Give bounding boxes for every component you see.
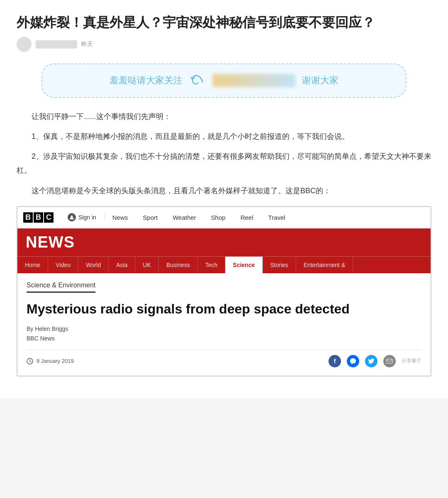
bbc-signin-label: Sign in bbox=[78, 214, 96, 221]
author-avatar-2 bbox=[36, 40, 77, 49]
bbc-social-icons: f bbox=[329, 355, 421, 367]
bbc-account-icon bbox=[68, 213, 76, 221]
bbc-clock-icon bbox=[27, 358, 33, 364]
author-avatar bbox=[17, 37, 32, 52]
subscription-thanks: 谢谢大家 bbox=[302, 74, 338, 87]
bbc-sec-tech[interactable]: Tech bbox=[198, 257, 226, 273]
bbc-logo-b2: B bbox=[34, 212, 43, 223]
bbc-screenshot: B B C Sign in News Sport Weather Shop Re… bbox=[17, 206, 431, 377]
subscription-blurred bbox=[212, 74, 295, 87]
svg-rect-4 bbox=[387, 359, 392, 363]
svg-line-3 bbox=[30, 361, 31, 362]
watermark-area: 分享餐厅 bbox=[402, 357, 421, 364]
bbc-nav-shop[interactable]: Shop bbox=[204, 207, 233, 228]
bbc-byline: By Helen Briggs BBC News bbox=[27, 324, 421, 343]
bbc-sec-science[interactable]: Science bbox=[225, 257, 263, 273]
messenger-share-icon[interactable] bbox=[347, 355, 359, 367]
bbc-top-nav-items: News Sport Weather Shop Reel Travel bbox=[105, 207, 431, 228]
bbc-byline-name: By Helen Briggs bbox=[27, 324, 421, 333]
email-share-icon[interactable] bbox=[383, 355, 396, 367]
bbc-nav-reel[interactable]: Reel bbox=[233, 207, 261, 228]
body-intro: 让我们平静一下......这个事情我们先声明： bbox=[17, 109, 431, 124]
article-time: 昨天 bbox=[81, 41, 93, 48]
bbc-logo: B B C bbox=[17, 209, 59, 226]
bbc-sec-entertainment[interactable]: Entertainment & bbox=[296, 257, 353, 273]
bbc-date-row: 9 January 2019 f bbox=[27, 350, 421, 367]
article-meta: 昨天 bbox=[17, 37, 431, 52]
bbc-sec-stories[interactable]: Stories bbox=[263, 257, 296, 273]
subscription-arrow-icon bbox=[189, 71, 206, 90]
subscription-text: 羞羞哒请大家关注 bbox=[110, 74, 183, 87]
svg-point-0 bbox=[71, 216, 73, 218]
body-p3: 这个消息堪称是今天全球的头版头条消息，且看几个著名外媒样子就知道了。这是BBC的… bbox=[17, 184, 431, 198]
bbc-date-text: 9 January 2019 bbox=[37, 358, 74, 364]
bbc-headline: Mysterious radio signals from deep space… bbox=[27, 301, 358, 317]
bbc-nav-sport[interactable]: Sport bbox=[135, 207, 165, 228]
bbc-sec-uk[interactable]: UK bbox=[135, 257, 158, 273]
bbc-logo-c: C bbox=[44, 212, 54, 223]
body-p2: 2、涉及宇宙知识极其复杂，我们也不十分搞的清楚，还要有很多网友帮助我们，尽可能写… bbox=[17, 149, 431, 177]
bbc-sec-home[interactable]: Home bbox=[17, 257, 48, 273]
twitter-share-icon[interactable] bbox=[365, 355, 377, 367]
bbc-sec-video[interactable]: Video bbox=[48, 257, 78, 273]
bbc-nav-news[interactable]: News bbox=[105, 207, 136, 228]
body-p1: 1、保真，不是那种地摊小报的消息，而且是最新的，就是几个小时之前报道的，等下我们… bbox=[17, 129, 431, 143]
article-body: 让我们平静一下......这个事情我们先声明： 1、保真，不是那种地摊小报的消息… bbox=[17, 109, 431, 198]
bbc-nav-travel[interactable]: Travel bbox=[261, 207, 293, 228]
bbc-sec-asia[interactable]: Asia bbox=[109, 257, 135, 273]
bbc-nav-weather[interactable]: Weather bbox=[165, 207, 203, 228]
bbc-red-banner: NEWS bbox=[17, 228, 431, 256]
bbc-logo-b1: B bbox=[23, 212, 33, 223]
bbc-news-title: NEWS bbox=[26, 233, 75, 251]
article-title: 外媒炸裂！真是外星人？宇宙深处神秘信号到底要不要回应？ bbox=[17, 13, 431, 32]
bbc-topnav: B B C Sign in News Sport Weather Shop Re… bbox=[17, 207, 431, 228]
watermark-text: 分享餐厅 bbox=[402, 357, 421, 364]
bbc-sec-business[interactable]: Business bbox=[159, 257, 198, 273]
bbc-secondary-nav: Home Video World Asia UK Business Tech S… bbox=[17, 256, 431, 273]
bbc-signin[interactable]: Sign in bbox=[59, 213, 105, 221]
bbc-date: 9 January 2019 bbox=[27, 358, 74, 364]
subscription-banner[interactable]: 羞羞哒请大家关注 谢谢大家 bbox=[41, 63, 407, 98]
bbc-sec-world[interactable]: World bbox=[78, 257, 109, 273]
bbc-content: Science & Environment Mysterious radio s… bbox=[17, 273, 431, 376]
bbc-section-label: Science & Environment bbox=[27, 282, 95, 293]
bbc-byline-org: BBC News bbox=[27, 334, 421, 343]
page-container: 外媒炸裂！真是外星人？宇宙深处神秘信号到底要不要回应？ 昨天 羞羞哒请大家关注 … bbox=[0, 0, 448, 398]
facebook-share-icon[interactable]: f bbox=[329, 355, 341, 367]
